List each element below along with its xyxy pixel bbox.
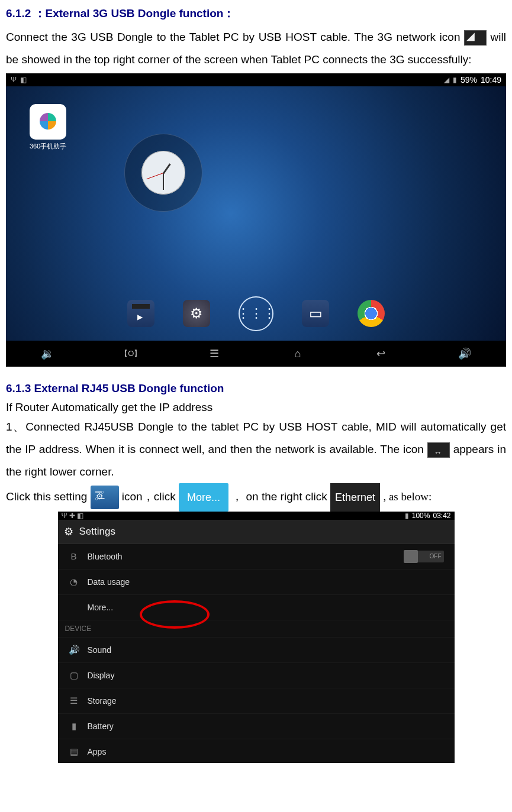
heading-6-1-2: 6.1.2 ：External 3G USB Dongle function： xyxy=(6,6,506,21)
status2-right: ▮ 100% 03:42 xyxy=(405,512,451,520)
para-3g-part-a: Connect the 3G USB Dongle to the Tablet … xyxy=(6,31,460,43)
status-left: Ψ ◧ xyxy=(11,76,27,84)
sdcard-icon: ◧ xyxy=(20,76,27,84)
clock-time: 10:49 xyxy=(481,75,501,85)
sound-label: Sound xyxy=(88,645,111,655)
settings-row-data-usage[interactable]: ◔ Data usage xyxy=(58,570,455,595)
gear-icon: ⚙ xyxy=(64,525,73,538)
battery-icon: ▮ xyxy=(453,76,457,84)
apps-label: Apps xyxy=(88,747,107,756)
tablet-home-screenshot: Ψ ◧ ◢ ▮ 59% 10:49 360手机助手 xyxy=(6,73,506,367)
settings-list: ⚙ Settings B Bluetooth OFF ◔ Data usage … xyxy=(58,520,455,763)
signal-3g-icon xyxy=(464,30,487,46)
settings-row-display[interactable]: ▢ Display xyxy=(58,663,455,688)
data-usage-label: Data usage xyxy=(88,577,130,587)
rj45-para3-a: Click this setting xyxy=(6,490,91,503)
rj45-para3-c: ， on the right click xyxy=(231,490,327,503)
ethernet-status-icon xyxy=(427,442,450,458)
back-icon[interactable]: ↩ xyxy=(369,347,393,360)
home-wallpaper-area: 360手机助手 ⚙ ⋮⋮⋮ ▭ xyxy=(6,86,506,341)
widget-360-assistant[interactable]: 360手机助手 xyxy=(30,104,66,151)
settings-row-bluetooth[interactable]: B Bluetooth OFF xyxy=(58,544,455,570)
rj45-line1: If Router Automatically get the IP addre… xyxy=(6,400,506,416)
status-bar-2: Ψ ✚ ◧ ▮ 100% 03:42 xyxy=(58,512,455,520)
display-label: Display xyxy=(88,671,115,680)
minute-hand xyxy=(163,173,164,190)
browser-app-icon[interactable]: ▭ xyxy=(302,300,329,327)
rj45-para3-b: icon，click xyxy=(122,490,179,503)
all-apps-icon[interactable]: ⋮⋮⋮ xyxy=(239,296,273,331)
battery-percent: 59% xyxy=(461,75,477,85)
recents-icon[interactable]: ☰ xyxy=(202,347,226,360)
analog-clock-widget[interactable] xyxy=(124,134,202,212)
display-icon: ▢ xyxy=(69,670,79,681)
home-icon[interactable]: ⌂ xyxy=(286,348,310,360)
rj45-line1-text: If Router Automatically get the IP addre… xyxy=(6,401,212,413)
status2-time: 03:42 xyxy=(433,512,450,520)
signal-icon: ◢ xyxy=(444,76,449,84)
heading-6-1-3: 6.1.3 External RJ45 USB Dongle function xyxy=(6,382,506,395)
bluetooth-icon: B xyxy=(69,551,79,561)
storage-icon: ☰ xyxy=(69,695,79,706)
home-dock: ⚙ ⋮⋮⋮ ▭ xyxy=(6,290,506,341)
bluetooth-toggle[interactable]: OFF xyxy=(404,551,444,562)
data-usage-icon: ◔ xyxy=(69,577,79,587)
clock-face xyxy=(141,151,185,195)
storage-label: Storage xyxy=(88,696,117,706)
usb-debug-icon: Ψ xyxy=(11,76,17,84)
ethernet-button-icon: Ethernet xyxy=(330,483,380,512)
settings-row-sound[interactable]: 🔊 Sound xyxy=(58,638,455,663)
second-hand xyxy=(147,173,164,179)
debug-icon: ✚ xyxy=(69,512,75,520)
battery-label: Battery xyxy=(88,722,114,731)
paragraph-3g-intro: Connect the 3G USB Dongle to the Tablet … xyxy=(6,26,506,71)
settings-row-battery[interactable]: ▮ Battery xyxy=(58,714,455,739)
section-device: DEVICE xyxy=(58,620,455,638)
volume-down-icon[interactable]: 🔉 xyxy=(36,347,59,360)
apps-icon: ▤ xyxy=(69,746,79,757)
hour-hand xyxy=(163,163,171,174)
settings-row-more[interactable]: More... xyxy=(58,595,455,620)
status-bar: Ψ ◧ ◢ ▮ 59% 10:49 xyxy=(6,73,506,86)
usb-icon: Ψ xyxy=(62,512,67,520)
status-right: ◢ ▮ 59% 10:49 xyxy=(444,75,501,85)
home-widgets-area: 360手机助手 xyxy=(6,86,506,290)
rj45-para2: 1、Connected RJ45USB Dongle to the tablet… xyxy=(6,416,506,483)
settings-row-storage[interactable]: ☰ Storage xyxy=(58,688,455,714)
rj45-para3-d: , as below: xyxy=(383,490,432,503)
battery2-percent: 100% xyxy=(412,512,430,520)
volume-up-icon[interactable]: 🔊 xyxy=(453,347,476,360)
video-app-icon[interactable] xyxy=(127,300,154,327)
rj45-para3: Click this setting icon，click More... ， … xyxy=(6,483,506,512)
sd-icon: ◧ xyxy=(77,512,83,520)
battery2-icon: ▮ xyxy=(405,512,409,520)
bluetooth-label: Bluetooth xyxy=(88,552,123,561)
chrome-app-icon[interactable] xyxy=(358,300,385,327)
sound-icon: 🔊 xyxy=(69,645,79,655)
settings-header: ⚙ Settings xyxy=(58,520,455,544)
system-nav-bar: 🔉 【O】 ☰ ⌂ ↩ 🔊 xyxy=(6,341,506,367)
settings-row-apps[interactable]: ▤ Apps xyxy=(58,739,455,763)
settings-app-icon[interactable]: ⚙ xyxy=(183,300,210,327)
settings-screenshot: Ψ ✚ ◧ ▮ 100% 03:42 ⚙ Settings B Bluetoot… xyxy=(58,512,455,757)
widget-360-label: 360手机助手 xyxy=(30,142,66,151)
settings-title: Settings xyxy=(79,526,115,538)
more-label: More... xyxy=(88,603,114,612)
widget-360-icon xyxy=(40,113,56,130)
battery-row-icon: ▮ xyxy=(69,721,79,732)
screenshot-icon[interactable]: 【O】 xyxy=(119,348,143,359)
status2-left: Ψ ✚ ◧ xyxy=(62,512,84,520)
settings-slider-icon xyxy=(91,486,119,509)
more-button-icon: More... xyxy=(179,483,228,512)
